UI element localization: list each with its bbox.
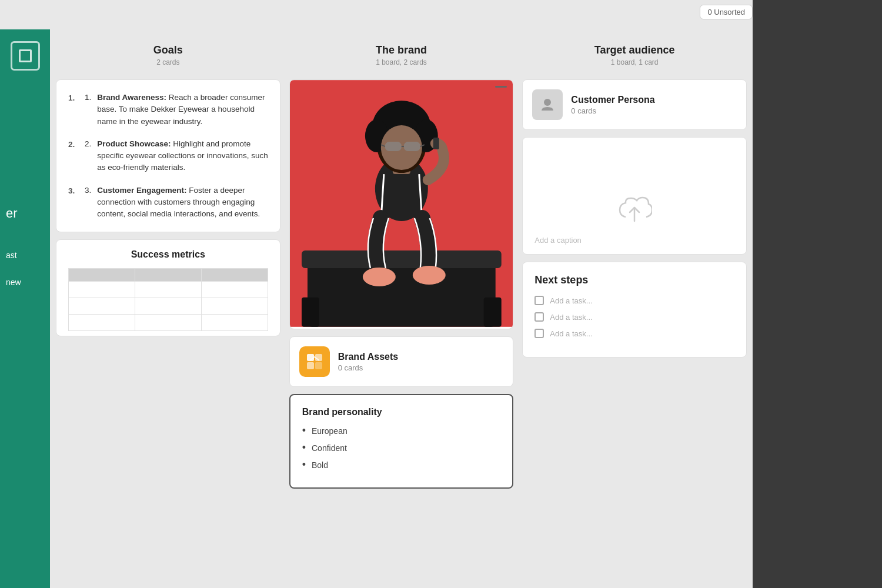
svg-rect-3 [302,298,319,327]
svg-rect-13 [404,142,420,151]
brand-assets-card[interactable]: Brand Assets 0 cards [289,336,514,387]
customer-persona-count: 0 cards [571,106,654,115]
goal-bold-1: Brand Awareness: [97,93,166,102]
metrics-cell-1-3 [201,282,268,298]
target-title: Target audience [528,44,741,56]
goals-list-card: 1. Brand Awareness: Reach a broader cons… [56,79,280,232]
svg-point-20 [363,268,396,286]
task-checkbox-1[interactable] [534,296,544,305]
brand-assets-icon [299,346,330,377]
persona-info: Customer Persona 0 cards [571,95,654,115]
goal-text-2: Product Showcase: Highlight and promote … [97,138,268,174]
brand-column: The brand 1 board, 2 cards [289,35,514,582]
task-checkbox-2[interactable] [534,312,544,322]
svg-point-21 [412,266,445,285]
metrics-cell-2-3 [201,298,268,315]
brand-personality-card: Brand personality European Confident Bol… [289,394,514,489]
brand-subtitle: 1 board, 2 cards [295,58,508,66]
goal-text-3: Customer Engagement: Foster a deeper con… [97,185,268,220]
metrics-table [68,268,268,331]
goal-text-1: Brand Awareness: Reach a broader consume… [97,92,268,128]
task-text-1[interactable]: Add a task... [550,296,592,305]
svg-rect-4 [483,298,501,327]
goal-number-3: 3. [85,185,91,220]
goal-item-1: 1. Brand Awareness: Reach a broader cons… [68,92,268,128]
persona-avatar [532,89,563,120]
brand-image [290,80,513,327]
metrics-cell-3-2 [135,315,201,331]
goals-column: Goals 2 cards 1. Brand Awareness: Reach … [56,35,280,582]
task-item-3: Add a task... [534,329,734,338]
brand-title: The brand [295,44,508,56]
task-text-2[interactable]: Add a task... [550,313,592,322]
upload-card[interactable]: Add a caption [522,137,747,255]
brand-assets-name: Brand Assets [338,352,399,362]
bp-text-1: European [312,426,348,436]
brand-personality-list: European Confident Bold [302,425,501,471]
minimize-button[interactable] [495,86,507,88]
target-subtitle: 1 board, 1 card [528,58,741,66]
left-sidebar: er ast new [0,29,50,588]
add-caption-text[interactable]: Add a caption [534,236,734,245]
goals-subtitle: 2 cards [62,58,275,66]
metrics-cell-2-2 [135,298,201,315]
svg-point-26 [544,99,551,106]
brand-image-card[interactable] [289,79,514,329]
brand-assets-logo-icon [305,352,324,371]
bp-item-3: Bold [302,459,501,471]
cloud-upload-icon [617,195,652,227]
metrics-row-1 [69,282,268,298]
goals-list: 1. Brand Awareness: Reach a broader cons… [68,92,268,220]
brand-personality-title: Brand personality [302,407,501,417]
goals-title: Goals [62,44,275,56]
next-steps-title: Next steps [534,274,734,286]
goal-item-2: 2. Product Showcase: Highlight and promo… [68,138,268,174]
goal-number-2: 2. [85,138,91,174]
metrics-cell-3-3 [201,315,268,331]
target-header: Target audience 1 board, 1 card [522,35,747,72]
task-item-2: Add a task... [534,312,734,322]
svg-rect-17 [433,138,439,149]
bp-item-1: European [302,425,501,437]
svg-rect-2 [302,250,502,268]
goal-item-3: 3. Customer Engagement: Foster a deeper … [68,185,268,220]
person-icon [539,96,556,113]
columns-container: Goals 2 cards 1. Brand Awareness: Reach … [50,29,753,588]
upload-icon [617,195,652,229]
metrics-cell-1-2 [135,282,201,298]
svg-rect-25 [315,362,322,369]
customer-persona-name: Customer Persona [571,95,654,105]
target-column: Target audience 1 board, 1 card Customer… [522,35,747,582]
svg-rect-24 [307,362,314,369]
goal-number-1: 1. [85,92,91,128]
bp-text-2: Confident [312,443,347,453]
goal-bold-3: Customer Engagement: [97,186,186,195]
brand-assets-info: Brand Assets 0 cards [338,352,399,372]
metrics-header-2 [135,269,201,282]
task-text-3[interactable]: Add a task... [550,329,592,338]
metrics-row-3 [69,315,268,331]
task-checkbox-3[interactable] [534,329,544,338]
bp-item-2: Confident [302,442,501,454]
right-sidebar [753,0,882,588]
task-item-1: Add a task... [534,296,734,305]
unsorted-label: 0 Unsorted [707,8,745,16]
svg-rect-12 [385,142,402,151]
next-steps-card: Next steps Add a task... Add a task... A… [522,262,747,358]
success-metrics-card: Success metrics [56,239,280,336]
brand-assets-count: 0 cards [338,363,399,372]
customer-persona-card[interactable]: Customer Persona 0 cards [522,79,747,130]
metrics-header-row [69,269,268,282]
metrics-cell-3-1 [69,315,135,331]
unsorted-button[interactable]: 0 Unsorted [700,5,753,19]
metrics-cell-1-1 [69,282,135,298]
success-metrics-title: Success metrics [68,249,268,260]
metrics-header-3 [201,269,268,282]
brand-header: The brand 1 board, 2 cards [289,35,514,72]
metrics-header-1 [69,269,135,282]
goals-header: Goals 2 cards [56,35,280,72]
bp-text-3: Bold [312,460,328,470]
metrics-cell-2-1 [69,298,135,315]
goal-bold-2: Product Showcase: [97,139,171,148]
metrics-row-2 [69,298,268,315]
